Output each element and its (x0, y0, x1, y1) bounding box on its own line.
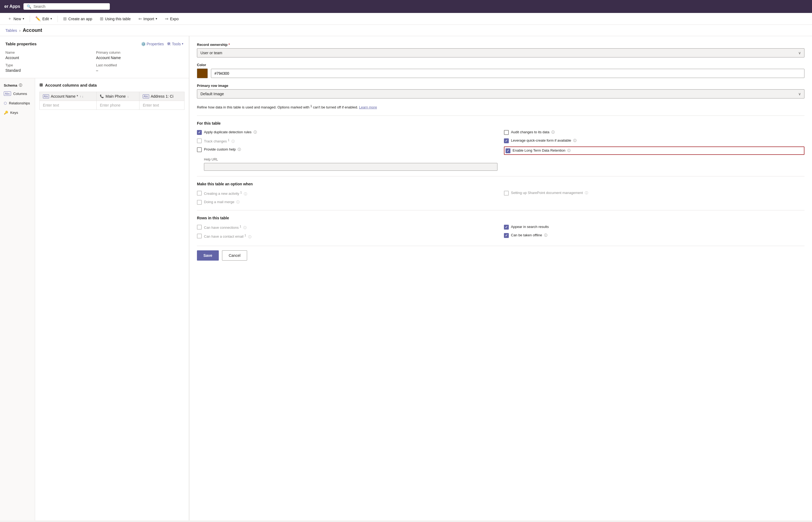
type-prop: Type Standard (5, 63, 93, 73)
connections-checkbox[interactable] (197, 225, 202, 229)
chevron-down-icon-2: ▾ (50, 17, 52, 20)
apply-dup-checkbox[interactable] (197, 130, 202, 135)
apply-dup-info[interactable]: ⓘ (253, 130, 257, 134)
sharepoint-info[interactable]: ⓘ (585, 191, 588, 195)
search-box[interactable]: 🔍 Search (23, 3, 110, 10)
provide-help-info[interactable]: ⓘ (238, 147, 241, 151)
cell-address[interactable]: Enter text (140, 101, 184, 110)
table-props-header: Table properties ⚙️ Properties 🛠 Tools ▾ (5, 42, 183, 46)
app-title: er Apps (4, 4, 20, 9)
relationships-icon: ⬡ (4, 101, 7, 105)
leverage-quick-label: Leverage quick-create form if available … (511, 138, 576, 143)
abc-icon-1: Abc (43, 95, 49, 98)
schema-columns-label: Columns (13, 92, 27, 96)
make-col1: Creating a new activity 1 ⓘ Doing a mail… (197, 190, 498, 205)
rows-section: Rows in this table Can have connections … (197, 216, 805, 239)
using-table-button[interactable]: ⊞ Using this table (97, 15, 134, 23)
gear-icon: ⚙️ (141, 42, 146, 46)
col-header-content-2: 📞 Main Phone ↓ (100, 94, 136, 98)
schema-keys-label: Keys (10, 111, 18, 115)
col-header-content-1: Abc Account Name * ↑ ↓ (43, 94, 93, 98)
schema-nav-columns[interactable]: Abc Columns (0, 89, 35, 98)
name-prop: Name Account (5, 51, 93, 60)
color-group: Color (197, 63, 805, 78)
audit-changes-info[interactable]: ⓘ (551, 130, 555, 134)
mail-merge-info[interactable]: ⓘ (236, 200, 240, 204)
track-changes-info[interactable]: ⓘ (231, 139, 235, 143)
edit-button[interactable]: ✏️ Edit ▾ (32, 15, 55, 23)
help-url-input[interactable] (204, 163, 498, 171)
create-app-button[interactable]: ⊞ Create an app (60, 15, 96, 23)
contact-email-checkbox[interactable] (197, 234, 202, 239)
columns-icon: Abc (4, 92, 11, 96)
learn-more-link[interactable]: Learn more (359, 105, 377, 109)
import-button[interactable]: ⇐ Import ▾ (135, 15, 161, 23)
chevron-down-icon-tools: ▾ (182, 42, 183, 46)
audit-changes-checkbox[interactable] (504, 130, 509, 135)
help-url-label: Help URL (204, 158, 498, 161)
chevron-down-image: ∨ (798, 92, 801, 96)
col-account-name[interactable]: Abc Account Name * ↑ ↓ (40, 92, 97, 101)
cancel-button[interactable]: Cancel (222, 250, 247, 261)
appear-search-checkbox[interactable] (504, 225, 509, 229)
schema-nav-keys[interactable]: 🔑 Keys (0, 108, 35, 117)
make-option-section: Make this table an option when Creating … (197, 182, 805, 205)
contact-email-row: Can have a contact email 1 ⓘ (197, 233, 498, 239)
color-input[interactable] (211, 69, 805, 78)
provide-help-label: Provide custom help ⓘ (204, 147, 241, 152)
leverage-quick-checkbox[interactable] (504, 138, 509, 143)
cell-main-phone[interactable]: Enter phone (97, 101, 140, 110)
export-button[interactable]: ⇒ Expo (162, 15, 182, 23)
sort-icon[interactable]: ↑ ↓ (80, 95, 83, 98)
sharepoint-checkbox[interactable] (504, 191, 509, 196)
color-row (197, 68, 805, 78)
properties-link[interactable]: ⚙️ Properties (141, 42, 164, 46)
tools-link[interactable]: 🛠 Tools ▾ (167, 42, 183, 46)
apply-dup-label: Apply duplicate detection rules ⓘ (204, 130, 257, 135)
col-address[interactable]: Abc Address 1: Ci (140, 92, 184, 101)
audit-changes-label: Audit changes to its data ⓘ (511, 130, 555, 135)
provide-help-checkbox[interactable] (197, 147, 202, 152)
primary-row-image-label: Primary row image (197, 84, 805, 88)
breadcrumb-current: Account (23, 27, 42, 33)
contact-email-label: Can have a contact email 1 ⓘ (204, 233, 251, 239)
make-option-title: Make this table an option when (197, 182, 805, 186)
export-icon: ⇒ (165, 16, 168, 21)
enable-ltdr-checkbox[interactable] (506, 148, 510, 153)
creating-activity-label: Creating a new activity 1 ⓘ (204, 190, 247, 196)
appear-search-label: Appear in search results (511, 224, 549, 229)
taken-offline-info[interactable]: ⓘ (544, 233, 547, 237)
rows-options: Can have connections 1 ⓘ Can have a cont… (197, 224, 805, 239)
save-button[interactable]: Save (197, 250, 219, 261)
cell-account-name[interactable]: Enter text (40, 101, 97, 110)
enable-ltdr-info[interactable]: ⓘ (567, 149, 571, 153)
col-account-name-label: Account Name * (51, 94, 78, 98)
contact-email-info[interactable]: ⓘ (248, 235, 251, 239)
left-panel: Table properties ⚙️ Properties 🛠 Tools ▾… (0, 36, 189, 520)
breadcrumb: Tables › Account (0, 25, 812, 36)
connections-row: Can have connections 1 ⓘ (197, 224, 498, 230)
col-main-phone[interactable]: 📞 Main Phone ↓ (97, 92, 140, 101)
breadcrumb-parent[interactable]: Tables (5, 28, 17, 33)
leverage-quick-row: Leverage quick-create form if available … (504, 138, 805, 143)
creating-activity-info[interactable]: ⓘ (244, 192, 247, 196)
sort-icon-2[interactable]: ↓ (127, 95, 129, 98)
connections-info[interactable]: ⓘ (243, 226, 247, 229)
schema-nav-relationships[interactable]: ⬡ Relationships (0, 98, 35, 108)
color-swatch[interactable] (197, 68, 208, 78)
chevron-down-icon-3: ▾ (156, 17, 157, 20)
creating-activity-row: Creating a new activity 1 ⓘ (197, 190, 498, 196)
data-section-title: ⊞ Account columns and data (39, 83, 184, 87)
new-button[interactable]: ＋ New ▾ (4, 14, 27, 23)
table-icon: ⊞ (100, 16, 103, 21)
taken-offline-checkbox[interactable] (504, 233, 509, 238)
creating-activity-checkbox[interactable] (197, 191, 202, 196)
schema-title: Schema (4, 83, 17, 87)
edit-icon: ✏️ (35, 16, 41, 21)
leverage-quick-info[interactable]: ⓘ (573, 139, 576, 142)
mail-merge-checkbox[interactable] (197, 200, 202, 205)
record-ownership-dropdown[interactable]: User or team ∨ (197, 48, 805, 58)
schema-data-area: Schema ⓘ Abc Columns ⬡ Relationships 🔑 K… (0, 78, 189, 520)
primary-row-image-dropdown[interactable]: Default Image ∨ (197, 89, 805, 98)
track-changes-checkbox[interactable] (197, 138, 202, 143)
